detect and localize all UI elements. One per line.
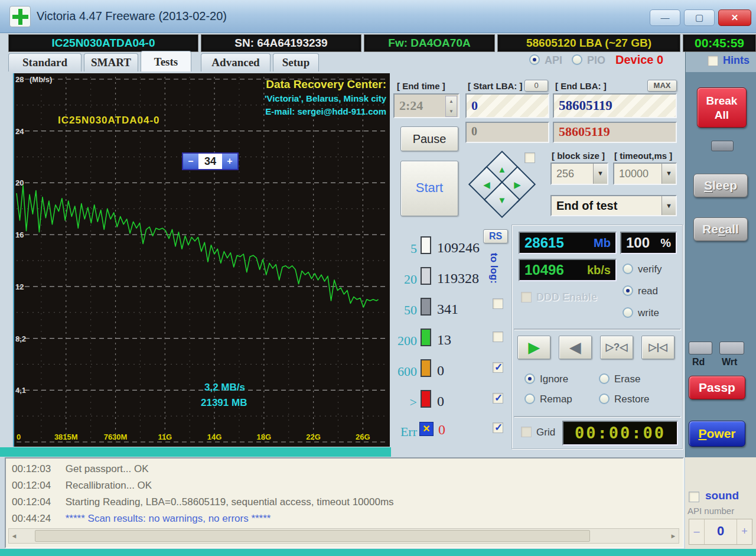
power-label-post: ower xyxy=(707,427,736,440)
after-action-dropdown-arrow-icon[interactable]: ▼ xyxy=(662,196,676,215)
scale-plus-button[interactable]: + xyxy=(222,154,237,169)
log-line: 00:44:24 ***** Scan results: no warnings… xyxy=(12,513,271,525)
sound-checkbox[interactable] xyxy=(689,492,699,502)
write-radio[interactable] xyxy=(623,307,633,318)
tab-advanced[interactable]: Advanced xyxy=(201,53,271,71)
close-button[interactable]: ✕ xyxy=(718,9,751,26)
api-minus-button[interactable]: – xyxy=(689,519,705,544)
log-message: Get passport... OK xyxy=(66,463,149,474)
speed-graph: 28242016128,24,1(Mb/s)03815M7630M11G14G1… xyxy=(13,73,390,447)
groupbox-divider xyxy=(514,416,680,417)
tab-smart[interactable]: SMART xyxy=(84,53,138,71)
svg-text:26G: 26G xyxy=(356,433,370,441)
start-button[interactable]: Start xyxy=(400,161,458,216)
remap-radio[interactable] xyxy=(524,394,535,404)
block-size-label: [ block size ] xyxy=(552,151,605,161)
seek-option-checkbox[interactable] xyxy=(524,152,535,163)
seek-end-button[interactable]: ▷|◁ xyxy=(641,336,674,359)
timeout-dropdown[interactable]: 10000 ▼ xyxy=(613,162,677,185)
log-message: Recallibration... OK xyxy=(66,480,152,491)
stat-label: 600 xyxy=(392,364,417,379)
ddd-enable-checkbox xyxy=(521,292,532,303)
svg-text:3815M: 3815M xyxy=(54,433,78,441)
api-number-value: 0 xyxy=(705,519,737,544)
grid-checkbox[interactable] xyxy=(521,427,532,437)
tab-tests[interactable]: Tests xyxy=(141,51,191,71)
start-lba-field[interactable]: 0 xyxy=(465,93,549,118)
x-axis-labels: 03815M7630M11G14G18G22G26G xyxy=(17,433,370,441)
verify-radio[interactable] xyxy=(623,264,633,274)
block-size-dropdown[interactable]: 256 ▼ xyxy=(550,162,608,185)
stat-label: 200 xyxy=(392,333,417,349)
scrollbar-thumb[interactable] xyxy=(35,530,590,542)
restore-radio[interactable] xyxy=(599,394,610,404)
erase-radio[interactable] xyxy=(599,373,610,384)
stat-label: Err xyxy=(392,424,417,440)
victoria-window: Victoria 4.47 Freeware (2013-02-20) — ▢ … xyxy=(0,0,756,556)
current-position-overlay: 21391 MB xyxy=(201,397,247,409)
start-lba-field2: 0 xyxy=(465,122,549,143)
break-all-button[interactable]: Break All xyxy=(697,87,747,128)
end-time-spinner-icon[interactable]: ▲▼ xyxy=(445,96,457,117)
scroll-right-arrow-icon[interactable]: ► xyxy=(668,532,679,539)
svg-text:(Mb/s): (Mb/s) xyxy=(30,75,52,84)
app-logo-cross-icon xyxy=(9,6,31,27)
tab-standard[interactable]: Standard xyxy=(8,53,82,71)
after-action-dropdown[interactable]: End of test ▼ xyxy=(550,195,677,216)
ignore-radio[interactable] xyxy=(524,373,535,384)
start-lba-zero-button[interactable]: 0 xyxy=(524,80,548,92)
api-plus-button[interactable]: + xyxy=(737,519,752,544)
end-time-label: [ End time ] xyxy=(397,81,445,91)
speed-graph-svg: 28242016128,24,1(Mb/s)03815M7630M11G14G1… xyxy=(14,73,390,447)
stat-block-icon xyxy=(421,329,431,346)
to-log-checkbox-50[interactable] xyxy=(493,298,503,309)
pio-radio[interactable] xyxy=(572,54,582,65)
api-radio[interactable] xyxy=(529,54,540,65)
passp-button[interactable]: Passp xyxy=(689,376,745,399)
sound-checkbox-label: sound xyxy=(705,489,739,502)
stat-block-icon xyxy=(421,359,431,377)
end-lba-field[interactable]: 58605119 xyxy=(553,93,677,118)
rs-button[interactable]: RS xyxy=(483,229,508,243)
title-bar[interactable]: Victoria 4.47 Freeware (2013-02-20) — ▢ … xyxy=(0,0,756,33)
log-panel[interactable]: 00:12:03 Get passport... OK 00:12:04 Rec… xyxy=(5,457,684,548)
seek-question-button[interactable]: ▷?◁ xyxy=(600,336,633,359)
end-time-field[interactable]: 2:24 ▲▼ xyxy=(393,93,460,118)
play-back-button[interactable]: ◀ xyxy=(559,336,592,359)
stat-count: 13 xyxy=(437,332,451,348)
minimize-button[interactable]: — xyxy=(650,9,680,26)
grid-checkbox-label: Grid xyxy=(536,427,555,438)
write-radio-label: write xyxy=(638,307,659,319)
hints-checkbox[interactable] xyxy=(708,56,718,66)
pause-button[interactable]: Pause xyxy=(400,126,458,151)
svg-text:0: 0 xyxy=(17,433,21,441)
read-radio-label: read xyxy=(638,285,658,297)
block-size-dropdown-arrow-icon[interactable]: ▼ xyxy=(593,164,607,184)
log-horizontal-scrollbar[interactable]: ◄ ► xyxy=(8,528,679,544)
percent-value: 100 xyxy=(626,235,650,251)
scroll-left-arrow-icon[interactable]: ◄ xyxy=(9,532,19,539)
stat-count: 341 xyxy=(437,301,458,317)
power-button[interactable]: Power xyxy=(689,421,745,447)
log-message: Starting Reading, LBA=0..58605119, seque… xyxy=(66,496,394,508)
read-radio[interactable] xyxy=(623,285,633,296)
log-time: 00:12:03 xyxy=(12,463,63,475)
stat-label: > xyxy=(392,395,417,410)
timeout-dropdown-arrow-icon[interactable]: ▼ xyxy=(662,164,676,184)
percent-display: 100 % xyxy=(620,232,677,254)
play-forward-button[interactable]: ▶ xyxy=(517,336,550,359)
device-indicator: Device 0 xyxy=(615,53,663,67)
sleep-button[interactable]: Sleep xyxy=(693,174,748,197)
start-lba-label: [ Start LBA: ] xyxy=(468,81,523,91)
max-lba-button[interactable]: MAX xyxy=(647,80,677,92)
scale-minus-button[interactable]: – xyxy=(183,154,198,169)
to-log-checkbox-600[interactable] xyxy=(493,362,503,373)
speed-unit: kb/s xyxy=(587,264,611,277)
recall-button[interactable]: Recall xyxy=(693,217,748,241)
tab-setup[interactable]: Setup xyxy=(273,53,319,71)
to-log-checkbox-200[interactable] xyxy=(493,331,503,342)
maximize-button[interactable]: ▢ xyxy=(684,9,715,26)
to-log-checkbox-err[interactable] xyxy=(493,422,503,433)
svg-text:28: 28 xyxy=(15,75,24,84)
to-log-checkbox-gt[interactable] xyxy=(493,393,503,404)
